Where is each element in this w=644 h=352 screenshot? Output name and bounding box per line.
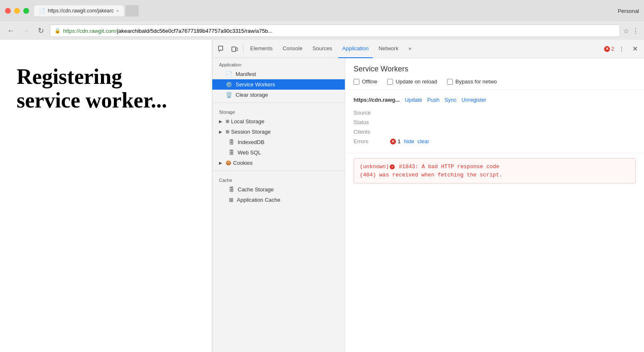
sidebar-item-service-workers[interactable]: ⚙️ Service Workers [212,79,345,90]
sw-errors-label: Errors [354,138,387,144]
reload-button[interactable]: ↻ [35,25,47,37]
sw-source-row: Source [354,108,636,117]
sw-status-label: Status [354,119,387,125]
address-bar: ← → ↻ 🔒 https://cdn.rawgit.com/jakearchi… [0,22,644,40]
devtools-body: Application 📄 Manifest ⚙️ Service Worker… [212,58,644,352]
bookmark-button[interactable]: ☆ [623,27,629,35]
tab-close-button[interactable]: × [116,8,119,13]
tab-application[interactable]: Application [338,40,373,58]
sidebar-storage-section: Storage [212,105,345,116]
sw-hide-link[interactable]: hide [404,138,414,144]
sidebar-item-indexeddb[interactable]: 🗄 IndexedDB [212,137,345,147]
error-count-icon: ✕ [604,46,610,52]
url-text: https://cdn.rawgit.com/jakearchibald/5dc… [63,28,615,34]
sw-url-row: https://cdn.rawg... Update Push Sync Unr… [354,97,636,103]
manifest-icon: 📄 [226,71,232,77]
web-sql-icon: 🗄 [229,149,234,156]
error-badge: ✕ 2 [604,46,614,52]
close-traffic-light[interactable] [5,8,11,14]
bypass-for-network-checkbox[interactable] [447,79,453,85]
sidebar-item-cache-storage[interactable]: 🗄 Cache Storage [212,184,345,195]
browser-tab[interactable]: 📄 https://cdn.rawgit.com/jakearc × [34,5,124,16]
svg-rect-3 [236,48,238,51]
sw-update-link[interactable]: Update [405,97,422,103]
update-on-reload-checkbox-label[interactable]: Update on reload [387,78,437,85]
tab-page-icon: 📄 [39,8,45,14]
update-on-reload-checkbox[interactable] [387,79,393,85]
sidebar-item-web-sql[interactable]: 🗄 Web SQL [212,147,345,158]
bypass-for-network-checkbox-label[interactable]: Bypass for netwo [447,78,497,85]
sidebar-item-clear-storage[interactable]: 🗑️ Clear storage [212,90,345,100]
sw-entry: https://cdn.rawg... Update Push Sync Unr… [345,90,644,153]
svg-rect-2 [232,47,236,51]
more-options-button[interactable]: ⋮ [632,27,639,35]
tab-console[interactable]: Console [278,40,307,58]
url-bar[interactable]: 🔒 https://cdn.rawgit.com/jakearchibald/5… [50,24,620,37]
devtools-sidebar: Application 📄 Manifest ⚙️ Service Worker… [212,58,345,352]
forward-button[interactable]: → [20,25,32,37]
sidebar-item-manifest[interactable]: 📄 Manifest [212,69,345,79]
sidebar-application-section: Application [212,58,345,69]
sidebar-item-session-storage[interactable]: ▶ ⊞ Session Storage [212,127,345,137]
sw-panel-header: Service Workers Offline Update on reload [345,58,644,90]
cookies-arrow: ▶ [219,161,224,165]
cache-storage-icon: 🗄 [229,186,234,193]
sw-panel-title: Service Workers [354,65,636,73]
error-count-text: 2 [611,46,614,52]
device-toggle-button[interactable] [229,43,241,55]
devtools-main-panel: Service Workers Offline Update on reload [345,58,644,352]
sidebar-item-application-cache[interactable]: ⊞ Application Cache [212,195,345,205]
sw-clear-link[interactable]: clear [418,138,429,144]
devtools-close-button[interactable]: ✕ [629,43,641,55]
toolbar-separator [243,45,243,53]
session-storage-arrow: ▶ [219,130,224,134]
sw-error-icon: ✕ [390,139,396,144]
local-storage-arrow: ▶ [219,119,224,124]
sw-clients-row: Clients [354,127,636,137]
traffic-lights [5,8,29,14]
offline-checkbox-label[interactable]: Offline [354,78,377,85]
error-unknown-label: (unknown) [360,164,389,170]
sw-status-row: Status [354,117,636,127]
offline-checkbox[interactable] [354,79,359,85]
back-button[interactable]: ← [5,25,17,37]
devtools-more-button[interactable]: ⋮ [616,43,627,55]
page-content: Registering service worker... [0,40,212,352]
title-bar: 📄 https://cdn.rawgit.com/jakearc × Perso… [0,0,644,22]
new-tab-button[interactable] [125,5,139,17]
devtools-panel: Elements Console Sources Application Net… [212,40,644,352]
cookies-icon: 🍪 [226,160,231,166]
tab-more[interactable]: » [404,40,415,58]
indexeddb-icon: 🗄 [229,139,234,145]
profile-label: Personal [618,8,639,14]
tab-network[interactable]: Network [374,40,403,58]
tab-elements[interactable]: Elements [246,40,277,58]
sw-error-count: ✕ 1 [390,138,401,144]
sidebar-item-local-storage[interactable]: ▶ ⊞ Local Storage [212,116,345,127]
service-workers-panel: Service Workers Offline Update on reload [345,58,644,183]
sw-errors-row: Errors ✕ 1 hide clear [354,137,636,146]
maximize-traffic-light[interactable] [23,8,29,14]
sw-error-box: (unknown)✕(unknown)✘ #1843: A bad HTTP r… [354,158,636,183]
sw-url-text: https://cdn.rawg... [354,97,400,103]
svg-rect-0 [219,46,223,50]
local-storage-icon: ⊞ [226,119,229,124]
sw-options-bar: Offline Update on reload Bypass for netw… [354,78,636,85]
session-storage-icon: ⊞ [226,129,229,134]
sw-unregister-link[interactable]: Unregister [462,97,487,103]
application-cache-icon: ⊞ [229,197,234,203]
page-heading: Registering service worker... [17,65,167,112]
lock-icon: 🔒 [54,28,61,34]
minimize-traffic-light[interactable] [14,8,20,14]
sw-sync-link[interactable]: Sync [445,97,457,103]
inspect-element-button[interactable] [216,43,227,55]
tab-url-text: https://cdn.rawgit.com/jakearc [48,8,114,14]
sw-push-link[interactable]: Push [427,97,440,103]
sidebar-item-cookies[interactable]: ▶ 🍪 Cookies [212,158,345,168]
tab-sources[interactable]: Sources [308,40,337,58]
error-x-icon: ✕ [390,164,395,169]
sw-error-text: (unknown)✕(unknown)✘ #1843: A bad HTTP r… [360,163,629,179]
devtools-toolbar: Elements Console Sources Application Net… [212,40,644,58]
service-workers-icon: ⚙️ [226,81,232,88]
sidebar-cache-section: Cache [212,174,345,184]
